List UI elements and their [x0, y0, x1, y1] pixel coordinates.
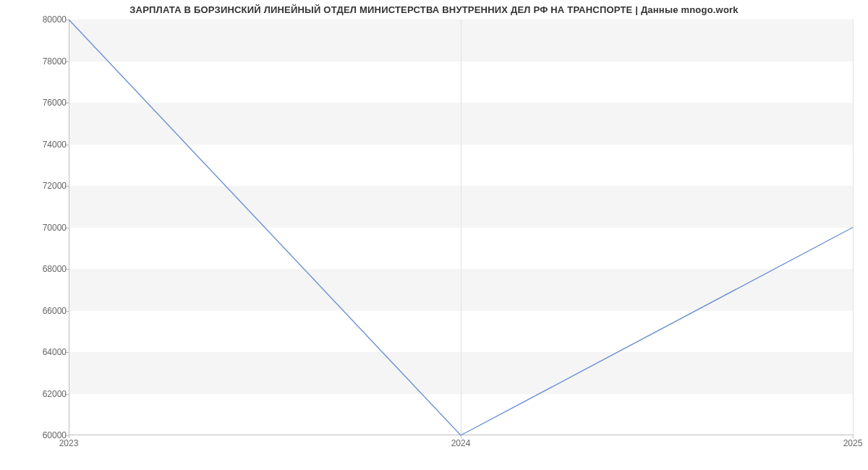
- y-tick-label: 64000: [39, 347, 67, 357]
- y-tick-label: 80000: [39, 14, 67, 25]
- data-line: [69, 20, 853, 435]
- y-tick-label: 74000: [39, 140, 67, 150]
- x-tick-label: 2024: [451, 438, 471, 448]
- plot-area: [69, 20, 853, 435]
- y-tick-label: 72000: [39, 181, 67, 191]
- chart-svg: [69, 20, 853, 435]
- y-tick-label: 66000: [39, 306, 67, 316]
- y-tick-label: 78000: [39, 56, 67, 67]
- y-tick-label: 76000: [39, 98, 67, 108]
- y-tick-label: 60000: [39, 430, 67, 440]
- y-tick-label: 62000: [39, 389, 67, 399]
- chart-title: ЗАРПЛАТА В БОРЗИНСКИЙ ЛИНЕЙНЫЙ ОТДЕЛ МИН…: [0, 4, 868, 15]
- y-tick-label: 70000: [39, 223, 67, 233]
- x-tick-label: 2025: [843, 438, 863, 448]
- gridline-v: [853, 20, 854, 435]
- chart-container: ЗАРПЛАТА В БОРЗИНСКИЙ ЛИНЕЙНЫЙ ОТДЕЛ МИН…: [0, 0, 868, 470]
- y-tick-label: 68000: [39, 264, 67, 274]
